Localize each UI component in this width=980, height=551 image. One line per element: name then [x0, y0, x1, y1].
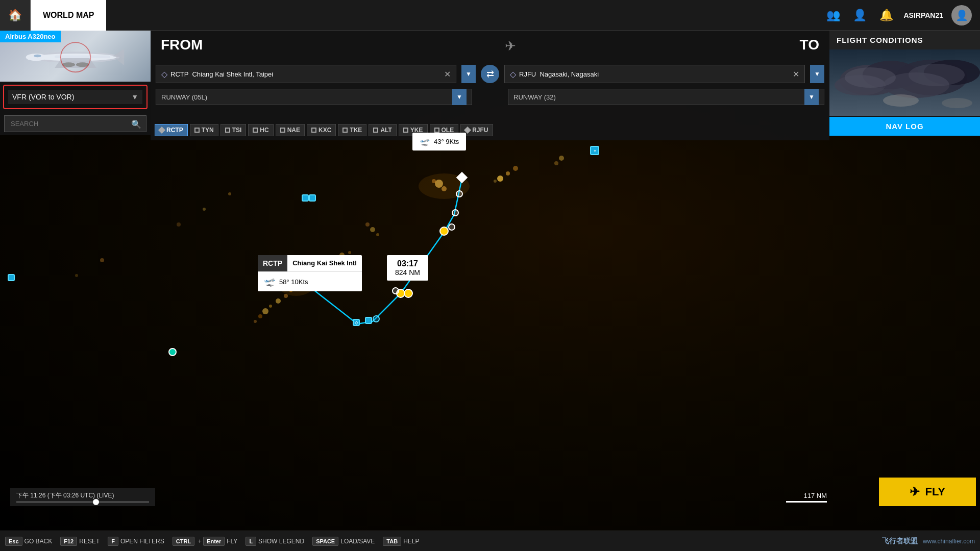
key-space: SPACE: [312, 537, 338, 546]
to-airport-input[interactable]: [519, 70, 790, 78]
svg-point-22: [559, 156, 564, 161]
swap-airports-button[interactable]: ⇄: [481, 65, 499, 83]
waypoint-cluster1[interactable]: [302, 194, 309, 202]
waypoint-mid1[interactable]: [392, 287, 399, 294]
status-bar: Esc GO BACK F12 RESET F OPEN FILTERS CTR…: [0, 531, 980, 551]
waypoint-tag-tsi[interactable]: TSI: [220, 124, 247, 136]
time-slider[interactable]: [16, 501, 149, 503]
from-clear-button[interactable]: ✕: [444, 69, 451, 79]
to-airport-input-wrap: ◇ ✕: [504, 65, 805, 83]
rctp-wind-text: 58° 10Kts: [279, 278, 308, 286]
user-avatar[interactable]: 👤: [951, 5, 972, 26]
waypoint-alt[interactable]: [448, 223, 455, 231]
flight-conditions-label: FLIGHT CONDITIONS: [837, 36, 923, 44]
tyn-wp-label: TYN: [202, 127, 214, 134]
yke-wp-square: [403, 128, 408, 133]
svg-point-15: [497, 176, 503, 182]
waypoint-bar: RCTP TYN TSI HC NAE KXC TKE ALT YKE OLE …: [151, 120, 829, 140]
waypoint-cluster2[interactable]: [309, 194, 316, 202]
svg-point-23: [554, 161, 558, 165]
worldmap-tab[interactable]: WORLD MAP: [31, 0, 106, 31]
to-dropdown-button[interactable]: ▼: [810, 65, 824, 83]
watermark-site: www.chinaflier.com: [923, 538, 975, 545]
svg-point-29: [370, 227, 375, 232]
svg-point-24: [100, 258, 104, 262]
wind-takeoff-icon: 🛫: [420, 137, 430, 146]
from-runway-select-wrap: RUNWAY (05L) ▼: [156, 89, 472, 105]
waypoint-tag-hc[interactable]: HC: [248, 124, 273, 136]
waypoint-tag-alt[interactable]: ALT: [369, 124, 396, 136]
time-slider-thumb[interactable]: [93, 499, 99, 505]
runway-inputs-row: RUNWAY (05L) ▼ RUNWAY (32) ▼: [151, 87, 829, 107]
nav-log-button[interactable]: NAV LOG: [829, 117, 980, 136]
key-l: L: [246, 537, 256, 546]
flight-type-selector[interactable]: VFR (VOR to VOR) ▼: [3, 85, 148, 109]
waypoint-rjfu[interactable]: [458, 173, 466, 182]
waypoint-tag-rctp[interactable]: RCTP: [155, 124, 188, 136]
waypoint-ole[interactable]: [456, 190, 463, 197]
waypoint-tag-nae[interactable]: NAE: [276, 124, 305, 136]
flight-type-value: VFR (VOR to VOR): [12, 93, 74, 101]
svg-point-16: [506, 171, 510, 176]
waypoint-kxc[interactable]: [404, 289, 413, 298]
waypoint-tke[interactable]: [439, 227, 449, 236]
search-input[interactable]: [4, 115, 146, 132]
svg-point-17: [513, 166, 518, 171]
svg-point-31: [365, 222, 370, 227]
profile-icon-btn[interactable]: 👤: [850, 6, 869, 24]
username-label: ASIRPAN21: [903, 11, 943, 19]
waypoint-tag-tke[interactable]: TKE: [338, 124, 366, 136]
waypoint-tyn[interactable]: ◇: [353, 319, 360, 326]
svg-point-25: [75, 274, 78, 277]
to-clear-button[interactable]: ✕: [793, 69, 799, 79]
status-bar-right: 飞行者联盟 www.chinaflier.com: [882, 537, 975, 546]
from-airport-input[interactable]: [170, 70, 441, 78]
fly-button[interactable]: ✈ FLY: [879, 478, 976, 506]
flight-time-popup: 03:17 824 NM: [387, 255, 428, 281]
from-runway-dropdown[interactable]: ▼: [452, 89, 467, 105]
watermark-brand: 飞行者联盟: [882, 537, 918, 546]
svg-point-7: [269, 305, 272, 308]
label-reset: RESET: [79, 538, 100, 545]
from-to-header: FROM ✈ TO: [151, 31, 829, 61]
rctp-info-popup: RCTP Chiang Kai Shek Intl 🛫 58° 10Kts: [258, 255, 362, 291]
conditions-image: [829, 49, 980, 116]
to-runway-dropdown[interactable]: ▼: [804, 89, 819, 105]
rctp-weather-row: 🛫 58° 10Kts: [258, 271, 362, 291]
time-text: 下午 11:26 (下午 03:26 UTC) (LIVE): [16, 491, 149, 500]
scale-line: [786, 501, 827, 503]
flight-type-dropdown[interactable]: VFR (VOR to VOR) ▼: [8, 90, 142, 104]
key-f12: F12: [60, 537, 77, 546]
notifications-icon-btn[interactable]: 🔔: [877, 6, 895, 24]
rctp-wp-diamond: [158, 127, 165, 134]
airport-inputs-row: ◇ ✕ ▼ ⇄ ◇ ✕ ▼: [151, 61, 829, 87]
waypoint-teal[interactable]: [168, 348, 177, 356]
rctp-wp-label: RCTP: [166, 127, 183, 134]
waypoint-tag-kxc[interactable]: KXC: [307, 124, 336, 136]
home-icon: 🏠: [8, 9, 22, 22]
alt-wp-label: ALT: [380, 127, 391, 134]
svg-point-14: [348, 251, 351, 254]
weather-svg: [829, 49, 980, 116]
waypoint-extra[interactable]: ⋄: [590, 146, 599, 155]
waypoint-lone[interactable]: [8, 274, 15, 281]
key-tab: TAB: [383, 537, 401, 546]
groups-icon-btn[interactable]: 👥: [824, 6, 842, 24]
waypoint-hc[interactable]: [373, 315, 380, 322]
waypoint-tag-tyn[interactable]: TYN: [190, 124, 218, 136]
waypoint-yke[interactable]: [452, 209, 459, 216]
svg-point-18: [494, 180, 497, 183]
plus-sign: +: [198, 538, 202, 545]
label-show-legend: SHOW LEGEND: [258, 538, 304, 545]
flight-conditions-header: FLIGHT CONDITIONS: [829, 31, 980, 49]
tsi-wp-square: [225, 128, 230, 133]
key-enter: Enter: [203, 537, 225, 546]
key-ctrl: CTRL: [173, 537, 194, 546]
from-dropdown-button[interactable]: ▼: [461, 65, 476, 83]
waypoint-tsi[interactable]: [365, 317, 372, 324]
tyn-wp-square: [194, 128, 200, 133]
svg-rect-43: [55, 55, 110, 58]
right-panel: FLIGHT CONDITIONS: [829, 31, 980, 136]
svg-point-54: [845, 67, 896, 88]
home-button[interactable]: 🏠: [0, 0, 31, 31]
